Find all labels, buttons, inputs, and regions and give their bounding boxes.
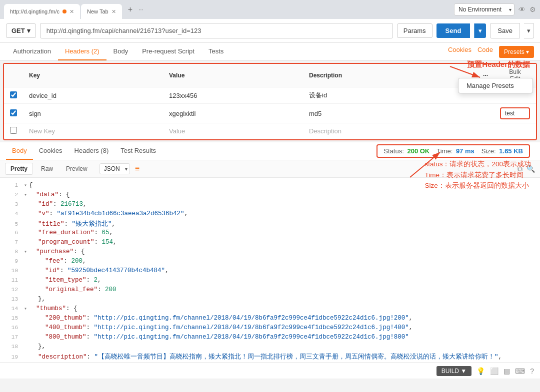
row2-desc: md5	[303, 104, 477, 123]
json-line-12: 12 "original_fee": 200	[0, 286, 540, 296]
response-tabs: Body Cookies Headers (8) Test Results St…	[0, 142, 540, 160]
request-tabs: Authorization Headers (2) Body Pre-reque…	[0, 43, 540, 61]
json-line-17: 17 "800_thumb": "http://pic.qingting.fm/…	[0, 334, 540, 343]
row1-key[interactable]: device_id	[23, 87, 163, 104]
fmt-pretty[interactable]: Pretty	[5, 163, 33, 175]
newrow-key[interactable]: New Key	[23, 123, 163, 139]
tab-body[interactable]: Body	[106, 43, 136, 60]
resp-tab-test-results[interactable]: Test Results	[114, 142, 162, 160]
desc-col-header: Description	[303, 64, 477, 87]
tab-close-2[interactable]: ✕	[112, 8, 116, 15]
resp-tab-cookies[interactable]: Cookies	[33, 142, 68, 160]
json-line-4: 4 "v": "af91e34b4cb1d66c3aeea3a2d6536b42…	[0, 210, 540, 220]
environment-selector[interactable]: No Environment	[454, 3, 514, 15]
tab-pre-request-script[interactable]: Pre-request Script	[135, 43, 202, 60]
table-row: device_id 123xx456 设备id	[4, 87, 536, 104]
manage-presets-item[interactable]: Manage Presets	[458, 78, 532, 93]
save-arrow-button[interactable]: ▾	[524, 23, 534, 38]
row2-test-input[interactable]	[494, 104, 536, 123]
env-select[interactable]: No Environment	[454, 3, 514, 15]
value-col-header: Value	[163, 64, 303, 87]
browser-chrome: http://d.qingting.fm/c ✕ New Tab ✕ + ···…	[0, 0, 540, 19]
json-format-select[interactable]: JSON	[100, 163, 130, 174]
json-line-6: 6 "free_duration": 65,	[0, 229, 540, 239]
check-col-header	[4, 64, 23, 87]
presets-button[interactable]: Presets ▾	[499, 46, 534, 58]
layout-icon[interactable]: ▤	[504, 367, 510, 375]
json-line-16: 16 "400_thumb": "http://pic.qingting.fm/…	[0, 324, 540, 334]
resp-tab-body[interactable]: Body	[6, 142, 33, 160]
manage-presets-popup: Manage Presets	[458, 78, 533, 93]
json-line-15: 15 "200_thumb": "http://pic.qingting.fm/…	[0, 315, 540, 324]
json-line-13: 13 },	[0, 296, 540, 305]
json-line-9: 9 "fee": 200,	[0, 258, 540, 267]
method-label: GET	[12, 27, 25, 34]
build-button[interactable]: BUILD ▼	[436, 366, 472, 376]
method-chevron: ▾	[27, 27, 30, 34]
size-label: Size: 1.65 KB	[482, 147, 523, 155]
key-col-header: Key	[23, 64, 163, 87]
request-toolbar: GET ▾ Params Send ▾ Save ▾	[0, 19, 540, 43]
tab-right-actions: Cookies Code Presets ▾	[448, 46, 534, 58]
row1-check[interactable]	[4, 87, 23, 104]
row1-desc: 设备id	[303, 87, 477, 104]
send-arrow-button[interactable]: ▾	[474, 23, 486, 38]
row2-check[interactable]	[4, 104, 23, 123]
tab-dot	[62, 9, 66, 13]
json-line-3: 3 "id": 216713,	[0, 201, 540, 210]
status-label: Status: 200 OK	[384, 147, 430, 155]
eye-icon[interactable]: 👁	[518, 5, 526, 13]
wrap-icon[interactable]: ≡	[135, 164, 140, 173]
method-select[interactable]: GET ▾	[6, 23, 36, 38]
resp-tab-headers[interactable]: Headers (8)	[68, 142, 115, 160]
json-line-8: 8 ▾ "purchase": {	[0, 248, 540, 258]
row2-key[interactable]: sign	[23, 104, 163, 123]
annotation-status: status：请求的状态，200表示成功 Time：表示请求花费了多长时间 Si…	[424, 159, 531, 191]
bulb-icon[interactable]: 💡	[476, 367, 485, 375]
tab-close-1[interactable]: ✕	[70, 8, 74, 15]
fmt-preview[interactable]: Preview	[61, 163, 92, 174]
fmt-raw[interactable]: Raw	[36, 163, 58, 174]
cookies-link[interactable]: Cookies	[448, 46, 472, 58]
newrow-check[interactable]	[4, 123, 23, 139]
tab-2[interactable]: New Tab ✕	[81, 4, 122, 19]
tab-extra: ···	[138, 6, 144, 13]
url-input[interactable]	[40, 23, 393, 38]
tab-tests[interactable]: Tests	[202, 43, 230, 60]
new-header-row: New Key Value Description	[4, 123, 536, 139]
time-label: Time: 97 ms	[436, 147, 474, 155]
response-status-bar: Status: 200 OK Time: 97 ms Size: 1.65 KB	[376, 144, 534, 158]
newrow-desc: Description	[303, 123, 536, 139]
json-line-18: 18 },	[0, 343, 540, 353]
json-line-19: 19 "description": "【高晓松唯一音频节目】高晓松指南，矮大紧指…	[0, 353, 540, 362]
json-line-11: 11 "item_type": 2,	[0, 277, 540, 286]
json-line-5: 5 "title": "矮大紧指北",	[0, 220, 540, 229]
tab-1[interactable]: http://d.qingting.fm/c ✕	[4, 4, 80, 19]
params-button[interactable]: Params	[397, 23, 432, 38]
keyboard-icon[interactable]: ⌨	[515, 367, 525, 375]
footer: BUILD ▼ 💡 ⬜ ▤ ⌨ ?	[0, 363, 540, 379]
test-value-input[interactable]	[500, 107, 530, 119]
tab-2-label: New Tab	[87, 8, 108, 14]
json-line-7: 7 "program_count": 154,	[0, 239, 540, 248]
window-icon[interactable]: ⬜	[490, 367, 498, 375]
json-line-10: 10 "id": "59250bdec4143770b4c4b484",	[0, 267, 540, 277]
tab-authorization[interactable]: Authorization	[6, 43, 58, 60]
json-viewer: 1 ▾ { 2 ▾ "data": { 3 "id": 216713, 4 "v…	[0, 178, 540, 363]
gear-icon[interactable]: ⚙	[530, 5, 536, 13]
row1-value[interactable]: 123xx456	[163, 87, 303, 104]
headers-section: Key Value Description ··· Bulk Edit devi…	[3, 63, 537, 140]
new-tab-button[interactable]: +	[125, 5, 136, 14]
help-icon[interactable]: ?	[530, 367, 534, 375]
tab-headers[interactable]: Headers (2)	[58, 43, 106, 60]
json-line-14: 14 ▾ "thumbs": {	[0, 305, 540, 315]
save-button[interactable]: Save	[490, 23, 520, 38]
headers-table: Key Value Description ··· Bulk Edit devi…	[4, 64, 536, 139]
tab-1-label: http://d.qingting.fm/c	[10, 8, 60, 14]
browser-actions: No Environment 👁 ⚙	[454, 3, 536, 15]
json-format-wrapper[interactable]: JSON	[100, 163, 130, 174]
row2-value[interactable]: xgeglxktil	[163, 104, 303, 123]
send-button[interactable]: Send	[436, 23, 470, 38]
code-link[interactable]: Code	[478, 46, 493, 58]
newrow-value[interactable]: Value	[163, 123, 303, 139]
